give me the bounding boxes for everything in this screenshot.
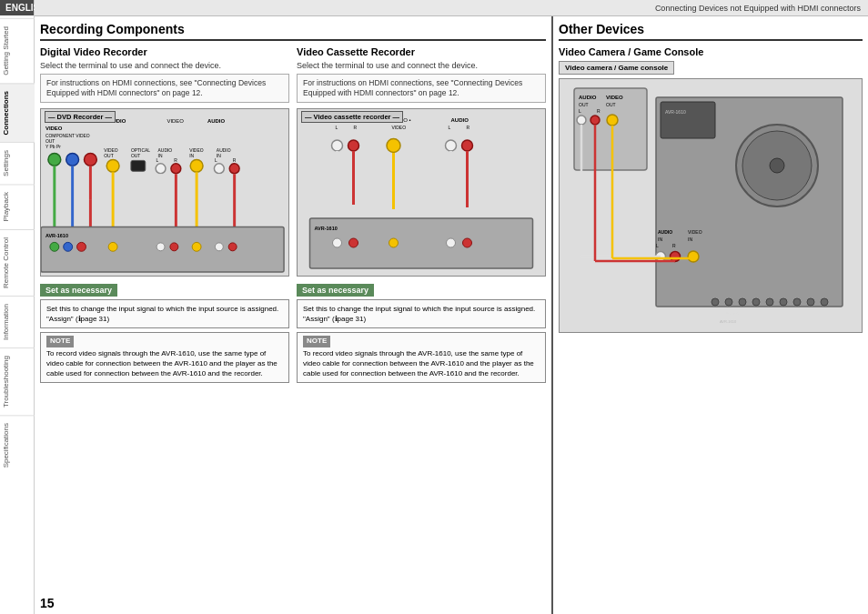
svg-text:OUT: OUT <box>45 139 55 144</box>
svg-text:VIDEO: VIDEO <box>104 149 118 154</box>
main-content: Connecting Devices not Equipped with HDM… <box>35 0 868 614</box>
camera-device-label: Video camera / Game console <box>559 61 674 75</box>
svg-point-115 <box>739 298 746 306</box>
svg-text:R: R <box>467 125 470 130</box>
vcr-diagram: — Video cassette recorder — AUDIO • VIDE… <box>297 108 546 277</box>
bottom-section: Set as necessary Set this to change the … <box>40 284 546 383</box>
svg-point-30 <box>229 164 239 174</box>
svg-point-84 <box>577 116 586 125</box>
svg-point-7 <box>48 154 61 166</box>
sidebar-item-information[interactable]: Information <box>0 296 35 347</box>
svg-point-116 <box>752 298 760 306</box>
assign-text-right: "Assign" (ℹpage 31) <box>303 315 366 323</box>
svg-point-88 <box>607 115 618 126</box>
svg-text:AUDIO: AUDIO <box>158 149 173 154</box>
svg-point-119 <box>793 298 801 306</box>
svg-point-45 <box>50 242 59 251</box>
svg-point-9 <box>84 154 96 166</box>
svg-rect-72 <box>310 218 533 268</box>
svg-point-77 <box>447 238 456 247</box>
svg-point-114 <box>725 298 732 306</box>
svg-text:AUDIO: AUDIO <box>207 118 225 124</box>
sidebar-item-getting-started[interactable]: Getting Started <box>0 18 35 83</box>
sidebar-item-connections[interactable]: Connections <box>0 83 35 142</box>
bottom-left-col: Set as necessary Set this to change the … <box>40 284 289 383</box>
sidebar-item-playback[interactable]: Playback <box>0 184 35 228</box>
svg-point-21 <box>171 164 181 174</box>
svg-point-50 <box>170 243 178 251</box>
set-text-left: Set this to change the input signal to w… <box>46 305 278 313</box>
dvd-connection-svg: VIDEO AUDIO VIDEO AUDIO COMPONENT VIDEO … <box>41 109 288 277</box>
sidebar-item-specifications[interactable]: Specifications <box>0 415 35 475</box>
svg-text:AUDIO: AUDIO <box>451 117 469 123</box>
svg-text:Y  Pb  Pr: Y Pb Pr <box>45 145 61 149</box>
set-text-right: Set this to change the input signal to w… <box>303 305 535 313</box>
svg-point-24 <box>190 160 203 173</box>
svg-text:L: L <box>449 125 451 130</box>
svg-text:R: R <box>354 125 358 130</box>
svg-text:R: R <box>597 108 601 114</box>
sidebar-item-settings[interactable]: Settings <box>0 142 35 184</box>
svg-point-113 <box>712 298 719 306</box>
svg-text:VIDEO: VIDEO <box>45 126 63 131</box>
dvd-section-title: Digital Video Recorder <box>40 46 289 57</box>
note-label-right: NOTE <box>303 336 330 347</box>
set-as-necessary-right: Set as necessary <box>297 284 374 297</box>
svg-rect-79 <box>574 88 647 170</box>
svg-text:AUDIO: AUDIO <box>579 95 597 100</box>
svg-point-117 <box>766 298 773 306</box>
svg-text:L: L <box>215 158 217 163</box>
svg-point-29 <box>214 164 224 174</box>
set-content-left: Set this to change the input signal to w… <box>40 299 289 328</box>
svg-text:VIDEO: VIDEO <box>688 229 702 235</box>
svg-point-106 <box>688 251 699 262</box>
svg-text:L: L <box>336 125 338 130</box>
svg-text:OUT: OUT <box>131 155 140 159</box>
vcr-section-title: Video Cassette Recorder <box>297 46 546 57</box>
svg-rect-15 <box>131 160 146 171</box>
svg-text:L: L <box>579 108 581 114</box>
vcr-column: Video Cassette Recorder Select the termi… <box>297 46 546 280</box>
svg-text:L: L <box>656 243 659 248</box>
svg-text:IN: IN <box>189 155 194 159</box>
camera-section-title: Video Camera / Game Console <box>559 46 863 57</box>
svg-point-47 <box>77 242 86 251</box>
svg-text:AUDIO: AUDIO <box>217 149 231 154</box>
svg-text:IN: IN <box>688 237 692 242</box>
svg-point-85 <box>590 116 600 125</box>
vcr-diagram-label: — Video cassette recorder — <box>301 111 403 123</box>
svg-point-51 <box>192 242 201 251</box>
content-area: Recording Components Digital Video Recor… <box>35 16 868 614</box>
other-devices-title: Other Devices <box>559 22 863 41</box>
language-label: ENGLISH <box>0 0 34 15</box>
sidebar-item-troubleshooting[interactable]: Troubleshooting <box>0 347 35 415</box>
note-label-left: NOTE <box>46 336 74 347</box>
set-content-right: Set this to change the input signal to w… <box>297 299 546 328</box>
recording-components-title: Recording Components <box>40 22 546 41</box>
svg-text:IN: IN <box>158 155 163 159</box>
svg-point-49 <box>156 243 165 251</box>
dvd-diagram: — DVD Recorder — VIDEO AUDIO VIDEO AUDIO… <box>40 108 289 277</box>
svg-point-48 <box>108 242 117 251</box>
sidebar-item-remote-control[interactable]: Remote Control <box>0 229 35 296</box>
dvd-info-box: For instructions on HDMI connections, se… <box>40 74 289 103</box>
note-box-left: NOTE To record video signals through the… <box>40 332 289 382</box>
page-number: 15 <box>40 596 55 610</box>
svg-text:IN: IN <box>217 155 221 159</box>
svg-point-78 <box>463 238 472 247</box>
camera-svg: AUDIO OUT L R VIDEO OUT <box>560 79 862 333</box>
svg-point-118 <box>780 298 787 306</box>
svg-point-12 <box>106 160 119 173</box>
svg-text:AVR-1610: AVR-1610 <box>720 319 737 324</box>
svg-text:R: R <box>672 243 676 248</box>
svg-point-74 <box>333 238 342 247</box>
svg-text:IN: IN <box>658 237 662 242</box>
svg-point-63 <box>348 140 359 151</box>
bottom-right-col: Set as necessary Set this to change the … <box>297 284 546 383</box>
camera-diagram: AUDIO OUT L R VIDEO OUT <box>559 78 863 333</box>
svg-text:OUT: OUT <box>579 102 589 107</box>
dvd-description: Select the terminal to use and connect t… <box>40 61 289 70</box>
top-bar: Connecting Devices not Equipped with HDM… <box>35 0 868 16</box>
dvd-column: Digital Video Recorder Select the termin… <box>40 46 289 280</box>
svg-text:DENON: DENON <box>724 311 741 317</box>
